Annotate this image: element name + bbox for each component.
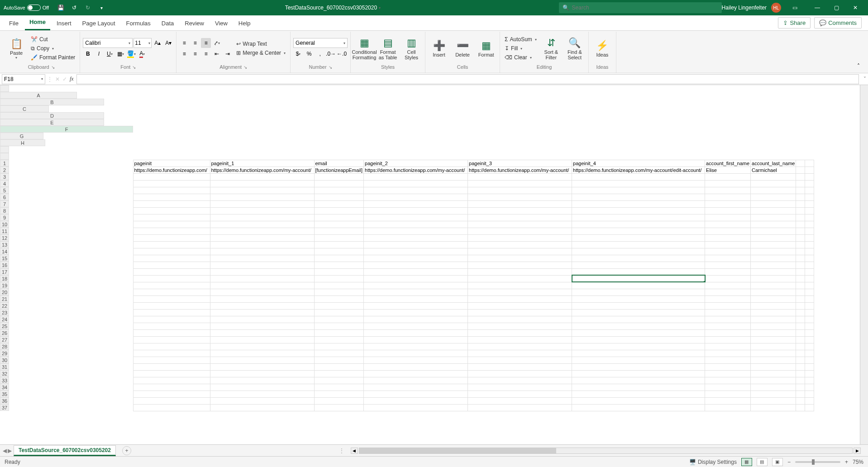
cell[interactable] (468, 289, 572, 295)
cell[interactable] (705, 234, 751, 241)
ribbon-display-icon[interactable]: ▭ (786, 2, 804, 14)
cell[interactable] (572, 228, 705, 234)
cell[interactable] (468, 275, 572, 282)
cell[interactable] (751, 255, 796, 262)
cell[interactable] (705, 173, 751, 180)
cell[interactable] (572, 336, 705, 343)
cell[interactable] (364, 255, 468, 262)
cell[interactable] (133, 221, 210, 228)
expand-formula-bar-icon[interactable]: ˅ (862, 76, 868, 82)
row-header[interactable]: 13 (0, 241, 9, 248)
cell[interactable] (133, 370, 210, 377)
cell[interactable] (751, 363, 796, 370)
row-header[interactable]: 23 (0, 309, 9, 316)
cell[interactable] (751, 377, 796, 384)
cell[interactable] (210, 391, 314, 397)
cell[interactable] (468, 234, 572, 241)
cell[interactable] (314, 350, 364, 357)
zoom-value[interactable]: 75% (853, 459, 863, 465)
column-header-F[interactable]: F (0, 126, 133, 133)
row-header[interactable]: 37 (0, 404, 9, 411)
cell[interactable] (364, 343, 468, 350)
share-button[interactable]: ⇪Share (778, 17, 811, 29)
cell[interactable]: email (314, 160, 364, 167)
cell[interactable] (705, 255, 751, 262)
cell[interactable] (468, 180, 572, 187)
row-header[interactable]: 30 (0, 357, 9, 363)
cell[interactable] (468, 200, 572, 207)
column-header-B[interactable]: B (0, 99, 104, 105)
cell[interactable] (210, 323, 314, 329)
cell[interactable] (751, 289, 796, 295)
cell[interactable] (210, 370, 314, 377)
cell[interactable] (364, 391, 468, 397)
cell[interactable] (210, 275, 314, 282)
decrease-font-icon[interactable]: A▾ (163, 38, 173, 48)
find-select-button[interactable]: 🔍Find & Select (564, 33, 586, 63)
increase-font-icon[interactable]: A▴ (153, 38, 162, 48)
cell[interactable] (210, 350, 314, 357)
tab-help[interactable]: Help (234, 16, 255, 30)
cell[interactable] (133, 241, 210, 248)
conditional-formatting-button[interactable]: ▦Conditional Formatting (353, 33, 375, 63)
cell[interactable] (705, 343, 751, 350)
cell[interactable] (364, 194, 468, 200)
cell[interactable] (751, 262, 796, 268)
cell[interactable] (133, 234, 210, 241)
cell[interactable] (133, 248, 210, 255)
cell[interactable] (572, 404, 705, 411)
row-header[interactable]: 21 (0, 295, 9, 302)
cell[interactable] (572, 343, 705, 350)
column-header-H[interactable]: H (0, 139, 45, 146)
align-left-icon[interactable]: ≡ (179, 49, 189, 59)
cell[interactable] (468, 343, 572, 350)
cell[interactable] (210, 207, 314, 214)
cell[interactable] (364, 275, 468, 282)
cell[interactable] (364, 295, 468, 302)
number-dialog-launcher[interactable]: ↘ (329, 65, 332, 70)
view-page-layout-icon[interactable]: ▤ (757, 458, 768, 466)
cell[interactable] (751, 397, 796, 404)
view-page-break-icon[interactable]: ▣ (772, 458, 783, 466)
cell[interactable] (210, 255, 314, 262)
cell[interactable] (572, 350, 705, 357)
row-header[interactable]: 10 (0, 221, 9, 228)
row-header[interactable]: 27 (0, 336, 9, 343)
user-avatar[interactable]: HL (771, 3, 781, 13)
cell[interactable] (705, 323, 751, 329)
cell[interactable] (705, 282, 751, 289)
cell[interactable] (468, 357, 572, 363)
row-header[interactable]: 16 (0, 262, 9, 268)
cell[interactable] (364, 234, 468, 241)
cell[interactable] (314, 200, 364, 207)
add-sheet-button[interactable]: + (122, 446, 131, 455)
cell[interactable]: https://demo.functionizeapp.com/my-accou… (364, 167, 468, 173)
cell[interactable] (705, 350, 751, 357)
cell[interactable] (210, 309, 314, 316)
cell[interactable] (751, 207, 796, 214)
column-header-A[interactable]: A (0, 92, 77, 99)
cell[interactable] (751, 336, 796, 343)
cell[interactable] (705, 302, 751, 309)
cell[interactable] (751, 268, 796, 275)
cell[interactable] (133, 316, 210, 323)
cell[interactable] (468, 302, 572, 309)
font-dialog-launcher[interactable]: ↘ (132, 65, 136, 70)
tab-page-layout[interactable]: Page Layout (78, 16, 120, 30)
cell[interactable] (210, 282, 314, 289)
cell[interactable]: Elise (705, 167, 751, 173)
align-middle-icon[interactable]: ≡ (190, 38, 200, 48)
cell[interactable]: https://demo.functionizeapp.com/my-accou… (210, 167, 314, 173)
cell[interactable] (314, 221, 364, 228)
tab-formulas[interactable]: Formulas (122, 16, 155, 30)
cell[interactable] (751, 234, 796, 241)
cell[interactable] (364, 370, 468, 377)
cell[interactable] (705, 309, 751, 316)
cell[interactable] (133, 228, 210, 234)
cell[interactable] (705, 241, 751, 248)
format-painter-button[interactable]: 🖌️Format Painter (29, 53, 77, 62)
cell[interactable] (314, 397, 364, 404)
format-cells-button[interactable]: ▦Format (475, 33, 497, 63)
comma-icon[interactable]: , (315, 49, 325, 59)
cell[interactable] (751, 214, 796, 221)
